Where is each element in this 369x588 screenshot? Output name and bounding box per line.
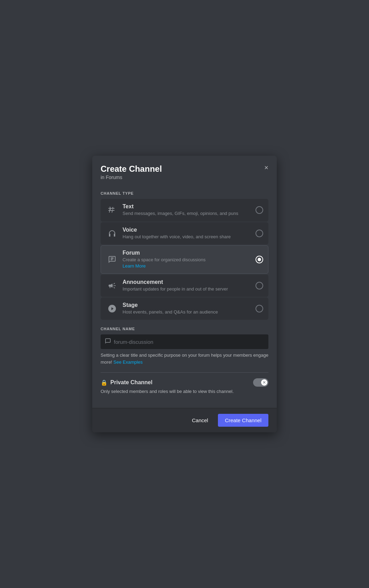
forum-channel-info: Forum Create a space for organized discu… xyxy=(123,250,256,269)
channel-type-text[interactable]: Text Send messages, images, GIFs, emoji,… xyxy=(101,199,268,221)
announcement-channel-name: Announcement xyxy=(123,279,256,285)
channel-name-forum-icon xyxy=(105,338,111,346)
channel-name-input-wrapper xyxy=(101,334,268,349)
lock-icon: 🔒 xyxy=(101,379,108,386)
toggle-knob: ✕ xyxy=(261,379,267,386)
voice-channel-info: Voice Hang out together with voice, vide… xyxy=(123,227,256,240)
stage-channel-name: Stage xyxy=(123,302,256,308)
stage-channel-radio[interactable] xyxy=(256,305,263,312)
modal-subtitle: in Forums xyxy=(101,175,268,180)
forum-channel-desc: Create a space for organized discussions… xyxy=(123,257,256,269)
text-channel-icon xyxy=(106,204,118,216)
channel-name-section-label: CHANNEL NAME xyxy=(101,327,268,331)
create-channel-modal: Create Channel in Forums × CHANNEL TYPE … xyxy=(92,156,277,433)
text-channel-name: Text xyxy=(123,203,256,210)
channel-type-voice[interactable]: Voice Hang out together with voice, vide… xyxy=(101,222,268,245)
channel-name-hint: Setting a clear title and specific purpo… xyxy=(101,352,268,365)
text-channel-info: Text Send messages, images, GIFs, emoji,… xyxy=(123,203,256,217)
channel-type-section-label: CHANNEL TYPE xyxy=(101,191,268,195)
create-channel-button[interactable]: Create Channel xyxy=(218,414,268,427)
text-channel-radio[interactable] xyxy=(256,206,263,214)
voice-channel-desc: Hang out together with voice, video, and… xyxy=(123,234,256,240)
modal-header: Create Channel in Forums × xyxy=(92,156,277,185)
stage-channel-info: Stage Host events, panels, and Q&As for … xyxy=(123,302,256,315)
voice-channel-name: Voice xyxy=(123,227,256,233)
announcement-channel-icon xyxy=(106,279,118,292)
private-channel-label: 🔒 Private Channel xyxy=(101,379,152,386)
announcement-channel-desc: Important updates for people in and out … xyxy=(123,286,256,292)
private-channel-section: 🔒 Private Channel ✕ Only selected member… xyxy=(101,372,268,400)
forum-channel-icon xyxy=(106,253,118,266)
modal-body: CHANNEL TYPE Text Send messages, images,… xyxy=(92,191,277,408)
voice-channel-icon xyxy=(106,227,118,240)
close-button[interactable]: × xyxy=(263,163,270,172)
channel-type-announcement[interactable]: Announcement Important updates for peopl… xyxy=(101,274,268,297)
channel-type-stage[interactable]: Stage Host events, panels, and Q&As for … xyxy=(101,297,268,320)
modal-title: Create Channel xyxy=(101,164,268,174)
private-channel-toggle[interactable]: ✕ xyxy=(253,378,268,387)
see-examples-link[interactable]: See Examples xyxy=(113,359,143,365)
modal-footer: Cancel Create Channel xyxy=(92,408,277,432)
learn-more-link[interactable]: Learn More xyxy=(123,263,146,269)
private-channel-desc: Only selected members and roles will be … xyxy=(101,389,268,394)
forum-channel-radio[interactable] xyxy=(256,256,263,263)
announcement-channel-radio[interactable] xyxy=(256,282,263,289)
channel-type-forum[interactable]: Forum Create a space for organized discu… xyxy=(101,245,268,274)
forum-channel-name: Forum xyxy=(123,250,256,256)
channel-name-input[interactable] xyxy=(114,339,264,345)
private-channel-header: 🔒 Private Channel ✕ xyxy=(101,378,268,387)
stage-channel-icon xyxy=(106,302,118,315)
cancel-button[interactable]: Cancel xyxy=(186,414,214,427)
announcement-channel-info: Announcement Important updates for peopl… xyxy=(123,279,256,292)
stage-channel-desc: Host events, panels, and Q&As for an aud… xyxy=(123,309,256,315)
channel-type-list: Text Send messages, images, GIFs, emoji,… xyxy=(101,199,268,320)
voice-channel-radio[interactable] xyxy=(256,230,263,237)
text-channel-desc: Send messages, images, GIFs, emoji, opin… xyxy=(123,210,256,217)
